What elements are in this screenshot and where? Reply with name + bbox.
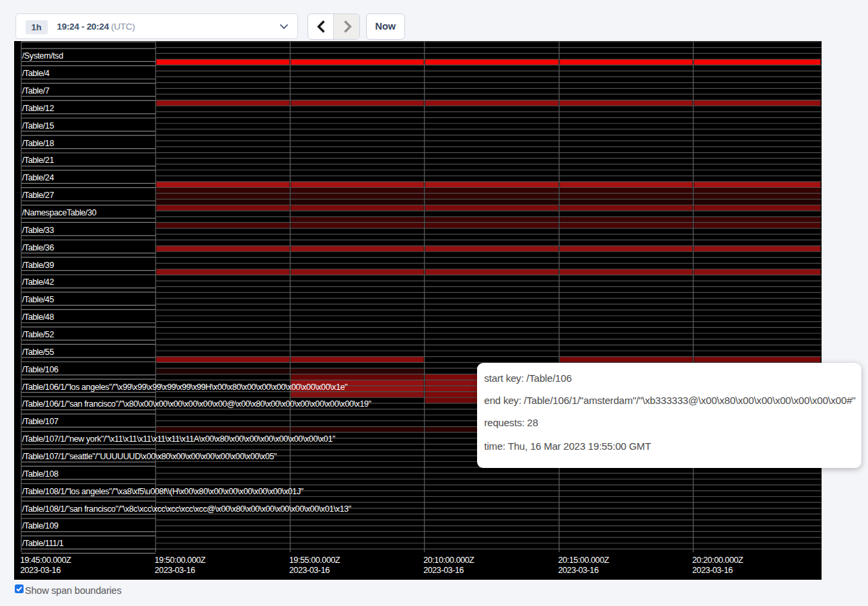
svg-text:/Table/52: /Table/52 (22, 330, 55, 339)
svg-text:2023-03-16: 2023-03-16 (558, 566, 599, 575)
svg-text:/Table/7: /Table/7 (22, 86, 50, 96)
svg-text:/Table/107/1/"seattle"/"UUUUUU: /Table/107/1/"seattle"/"UUUUUUD\x00\x80\… (22, 452, 277, 461)
svg-text:/Table/108/1/"san francisco"/": /Table/108/1/"san francisco"/"\x8c\xcc\x… (22, 504, 351, 514)
svg-text:/Table/39: /Table/39 (22, 261, 55, 270)
svg-text:20:20:00.000Z: 20:20:00.000Z (692, 556, 744, 565)
svg-text:19:55:00.000Z: 19:55:00.000Z (289, 556, 340, 565)
svg-text:/Table/42: /Table/42 (22, 277, 55, 287)
svg-text:/Table/106/1/"los angeles"/"\x: /Table/106/1/"los angeles"/"\x99\x99\x99… (22, 382, 347, 392)
svg-text:/Table/109: /Table/109 (22, 521, 59, 531)
svg-text:/Table/106: /Table/106 (22, 365, 59, 374)
svg-text:/Table/12: /Table/12 (22, 104, 55, 113)
svg-text:19:50:00.000Z: 19:50:00.000Z (155, 556, 206, 565)
svg-text:/Table/111/1: /Table/111/1 (22, 539, 64, 548)
svg-text:2023-03-16: 2023-03-16 (155, 566, 195, 575)
svg-text:/Table/55: /Table/55 (22, 347, 55, 357)
svg-text:2023-03-16: 2023-03-16 (289, 566, 330, 575)
svg-text:/Table/15: /Table/15 (22, 121, 55, 131)
svg-text:/Table/4: /Table/4 (22, 69, 50, 78)
svg-text:/Table/33: /Table/33 (22, 226, 55, 235)
svg-text:/Table/18: /Table/18 (22, 139, 55, 148)
svg-text:2023-03-16: 2023-03-16 (20, 566, 61, 575)
svg-text:/NamespaceTable/30: /NamespaceTable/30 (22, 208, 97, 217)
svg-text:20:15:00.000Z: 20:15:00.000Z (558, 556, 610, 565)
svg-text:20:10:00.000Z: 20:10:00.000Z (423, 556, 474, 565)
svg-text:/Table/107/1/"new york"/"\x11\: /Table/107/1/"new york"/"\x11\x11\x11\x1… (22, 434, 335, 444)
svg-text:/Table/108/1/"los angeles"/"\x: /Table/108/1/"los angeles"/"\xa8\xf5\u00… (22, 487, 303, 496)
svg-text:/Table/24: /Table/24 (22, 173, 55, 182)
svg-text:2023-03-16: 2023-03-16 (423, 566, 464, 575)
svg-text:/Table/36: /Table/36 (22, 243, 55, 252)
svg-text:/Table/106/1/"san francisco"/": /Table/106/1/"san francisco"/"\x80\x00\x… (22, 399, 371, 409)
svg-text:/Table/27: /Table/27 (22, 191, 55, 200)
svg-text:/Table/45: /Table/45 (22, 295, 55, 304)
svg-text:/System/tsd: /System/tsd (22, 51, 63, 61)
svg-text:/Table/107: /Table/107 (22, 417, 59, 426)
svg-text:/Table/21: /Table/21 (22, 156, 55, 165)
svg-text:/Table/108: /Table/108 (22, 469, 59, 479)
svg-text:19:45:00.000Z: 19:45:00.000Z (20, 556, 71, 565)
svg-text:2023-03-16: 2023-03-16 (692, 566, 733, 575)
svg-text:/Table/48: /Table/48 (22, 312, 55, 322)
